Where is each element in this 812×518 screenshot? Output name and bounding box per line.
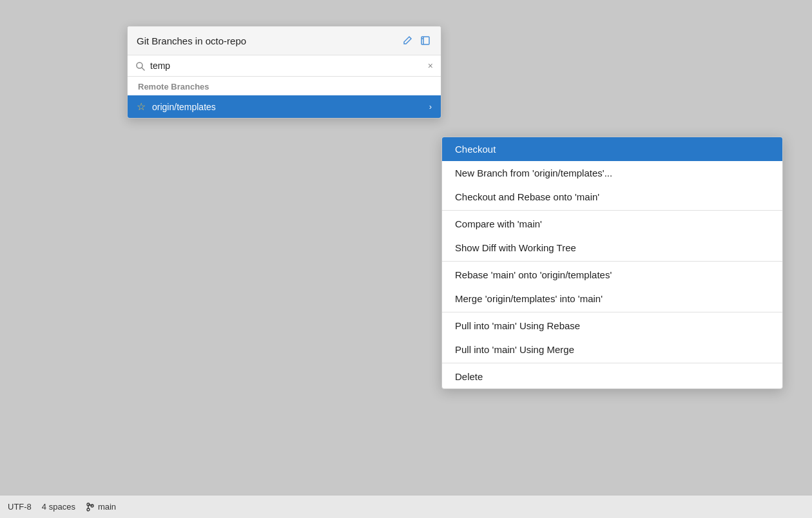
branch-name-status: main (98, 502, 116, 512)
svg-rect-0 (421, 37, 429, 44)
context-menu-pull-rebase[interactable]: Pull into 'main' Using Rebase (442, 314, 782, 338)
context-menu-compare[interactable]: Compare with 'main' (442, 212, 782, 236)
branch-name: origin/templates (152, 102, 423, 112)
expand-icon[interactable] (419, 34, 432, 47)
search-bar: × (128, 55, 441, 77)
remote-branches-label: Remote Branches (128, 77, 441, 95)
context-menu-new-branch[interactable]: New Branch from 'origin/templates'... (442, 161, 782, 185)
search-clear-button[interactable]: × (428, 61, 433, 71)
svg-line-2 (142, 68, 144, 70)
separator-2 (442, 261, 782, 262)
context-menu-checkout[interactable]: Checkout (442, 137, 782, 161)
edit-icon[interactable] (401, 34, 414, 47)
panel-header-icons (401, 34, 432, 47)
context-menu: Checkout New Branch from 'origin/templat… (441, 137, 783, 389)
svg-point-4 (87, 508, 90, 511)
panel-title: Git Branches in octo-repo (137, 35, 246, 46)
indent-status: 4 spaces (42, 502, 75, 512)
context-menu-delete[interactable]: Delete (442, 365, 782, 388)
branch-item[interactable]: ☆ origin/templates › (128, 95, 441, 118)
search-icon (135, 61, 145, 71)
context-menu-checkout-rebase[interactable]: Checkout and Rebase onto 'main' (442, 185, 782, 209)
context-menu-show-diff[interactable]: Show Diff with Working Tree (442, 236, 782, 260)
encoding-status: UTF-8 (8, 502, 32, 512)
context-menu-pull-merge[interactable]: Pull into 'main' Using Merge (442, 338, 782, 361)
branch-status[interactable]: main (86, 502, 116, 512)
separator-1 (442, 210, 782, 211)
separator-4 (442, 363, 782, 363)
star-icon: ☆ (137, 101, 146, 113)
branches-panel: Git Branches in octo-repo × (127, 26, 441, 119)
status-bar: UTF-8 4 spaces main (0, 495, 812, 518)
panel-header: Git Branches in octo-repo (128, 26, 441, 55)
context-menu-merge[interactable]: Merge 'origin/templates' into 'main' (442, 287, 782, 311)
context-menu-rebase[interactable]: Rebase 'main' onto 'origin/templates' (442, 263, 782, 287)
chevron-right-icon: › (429, 102, 432, 111)
search-input[interactable] (150, 61, 423, 71)
branch-icon (86, 503, 95, 512)
separator-3 (442, 312, 782, 312)
